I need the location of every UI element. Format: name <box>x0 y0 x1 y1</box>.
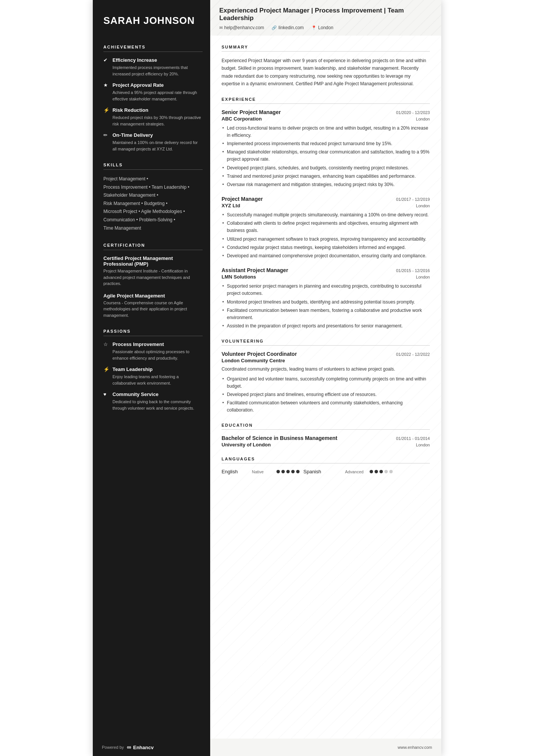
location-icon: 📍 <box>311 25 317 30</box>
skill-line: Risk Management • Budgeting • <box>103 200 203 208</box>
vol-date: 01/2022 - 12/2022 <box>396 352 430 357</box>
exp-location: London <box>416 275 430 279</box>
checkmark-icon: ✔ <box>103 57 109 63</box>
exp-location: London <box>416 117 430 121</box>
achievement-desc: Reduced project risks by 30% through pro… <box>103 114 203 127</box>
sidebar: ACHIEVEMENTS ✔ Efficiency Increase Imple… <box>93 36 210 739</box>
vol-bullet: Developed project plans and timelines, e… <box>222 391 430 398</box>
skill-line: Process Improvement • Team Leadership • <box>103 183 203 192</box>
experience-section: EXPERIENCE Senior Project Manager 01/202… <box>222 97 430 330</box>
lang-dot <box>384 470 388 473</box>
edu-location: London <box>416 443 430 447</box>
header-contacts: ✉ help@enhancv.com 🔗 linkedin.com 📍 Lond… <box>219 25 432 30</box>
passion-desc: Passionate about optimizing processes to… <box>103 349 203 361</box>
exp-bullet: Managed stakeholder relationships, ensur… <box>222 149 430 163</box>
achievement-item: ✏ On-Time Delivery Maintained a 100% on-… <box>103 132 203 152</box>
skill-line: Communication • Problem-Solving • <box>103 216 203 224</box>
skill-line: Time Management <box>103 224 203 233</box>
exp-bullets: Led cross-functional teams to deliver pr… <box>222 125 430 189</box>
main-content: SUMMARY Experienced Project Manager with… <box>210 36 441 739</box>
exp-bullet: Developed project plans, schedules, and … <box>222 164 430 172</box>
vol-summary: Coordinated community projects, leading … <box>222 366 430 373</box>
skill-line: Project Management • <box>103 175 203 183</box>
passion-item: ⚡ Team Leadership Enjoy leading teams an… <box>103 366 203 386</box>
vol-header: Volunteer Project Coordinator 01/2022 - … <box>222 351 430 357</box>
volunteering-title: VOLUNTEERING <box>222 339 430 346</box>
linkedin-value: linkedin.com <box>278 25 304 30</box>
star-outline-icon: ☆ <box>103 341 109 347</box>
lang-dot <box>291 470 295 473</box>
lang-dots-spanish <box>370 470 393 473</box>
achievement-name: Efficiency Increase <box>112 57 157 63</box>
exp-bullet: Monitored project timelines and budgets,… <box>222 299 430 306</box>
lang-dots-english <box>276 470 300 473</box>
passion-desc: Enjoy leading teams and fostering a coll… <box>103 374 203 386</box>
exp-bullet: Conducted regular project status meeting… <box>222 244 430 251</box>
exp-date: 01/2015 - 12/2016 <box>396 268 430 273</box>
achievement-header: ⚡ Risk Reduction <box>103 107 203 113</box>
skills-section: SKILLS Project Management • Process Impr… <box>103 163 203 232</box>
email-icon: ✉ <box>219 25 223 30</box>
lang-dot <box>370 470 373 473</box>
achievement-header: ✔ Efficiency Increase <box>103 57 203 63</box>
lang-dot <box>296 470 300 473</box>
edu-school: University of London <box>222 442 271 448</box>
exp-company: ABC Corporation <box>222 116 262 122</box>
lang-dot <box>276 470 280 473</box>
exp-bullet: Implemented process improvements that re… <box>222 140 430 147</box>
lightning-icon: ⚡ <box>103 366 109 372</box>
achievement-name: Project Approval Rate <box>112 82 164 88</box>
languages-row: English Native Spanish Advanced <box>222 469 430 474</box>
languages-section: LANGUAGES English Native Spanish Advance… <box>222 457 430 474</box>
header-left: SARAH JOHNSON <box>93 0 210 36</box>
achievement-item: ★ Project Approval Rate Achieved a 95% p… <box>103 82 203 102</box>
achievement-header: ★ Project Approval Rate <box>103 82 203 88</box>
passion-header: ♥ Community Service <box>103 391 203 397</box>
passion-header: ☆ Process Improvement <box>103 341 203 347</box>
pencil-icon: ✏ <box>103 132 109 138</box>
lang-dot <box>286 470 290 473</box>
contact-location: 📍 London <box>311 25 333 30</box>
edu-date: 01/2011 - 01/2014 <box>396 436 430 441</box>
experience-item: Senior Project Manager 01/2020 - 12/2023… <box>222 109 430 189</box>
exp-bullets: Successfully managed multiple projects s… <box>222 211 430 260</box>
vol-bullets: Organized and led volunteer teams, succe… <box>222 376 430 414</box>
achievement-name: Risk Reduction <box>112 107 148 113</box>
edu-school-row: University of London London <box>222 442 430 448</box>
education-title: EDUCATION <box>222 423 430 430</box>
heart-icon: ♥ <box>103 391 109 397</box>
brand-logo: ∞ Enhancv <box>127 744 154 751</box>
certification-title: CERTIFICATION <box>103 243 203 250</box>
passion-name: Process Improvement <box>112 341 164 347</box>
lang-level-english: Native <box>252 470 273 474</box>
footer-right: www.enhancv.com <box>210 739 441 756</box>
location-value: London <box>318 25 333 30</box>
edu-degree: Bachelor of Science in Business Manageme… <box>222 435 337 441</box>
summary-title: SUMMARY <box>222 45 430 52</box>
passion-name: Team Leadership <box>112 366 153 372</box>
experience-item: Assistant Project Manager 01/2015 - 12/2… <box>222 267 430 330</box>
cert-item: Agile Project Management Coursera - Comp… <box>103 293 203 319</box>
lang-name-english: English <box>222 469 248 474</box>
resume-footer: Powered by ∞ Enhancv www.enhancv.com <box>93 739 441 756</box>
exp-bullet: Developed and maintained comprehensive p… <box>222 252 430 260</box>
lang-level-spanish: Advanced <box>345 470 366 474</box>
exp-bullet: Led cross-functional teams to deliver pr… <box>222 125 430 139</box>
exp-date: 01/2017 - 12/2019 <box>396 197 430 202</box>
skill-line: Microsoft Project • Agile Methodologies … <box>103 208 203 216</box>
exp-job-title: Project Manager <box>222 196 263 202</box>
linkedin-icon: 🔗 <box>272 25 277 30</box>
cert-name: Agile Project Management <box>103 293 203 299</box>
volunteering-item: Volunteer Project Coordinator 01/2022 - … <box>222 351 430 414</box>
exp-job-title: Senior Project Manager <box>222 109 281 115</box>
passion-item: ☆ Process Improvement Passionate about o… <box>103 341 203 361</box>
exp-company: XYZ Ltd <box>222 203 240 208</box>
exp-bullet: Successfully managed multiple projects s… <box>222 211 430 219</box>
powered-by-text: Powered by <box>102 745 124 750</box>
exp-bullet: Facilitated communication between team m… <box>222 307 430 321</box>
achievement-name: On-Time Delivery <box>112 132 153 138</box>
exp-bullet: Collaborated with clients to define proj… <box>222 220 430 234</box>
vol-org-row: London Community Centre <box>222 358 430 363</box>
exp-bullets: Supported senior project managers in pla… <box>222 283 430 330</box>
resume-body: ACHIEVEMENTS ✔ Efficiency Increase Imple… <box>93 36 441 739</box>
